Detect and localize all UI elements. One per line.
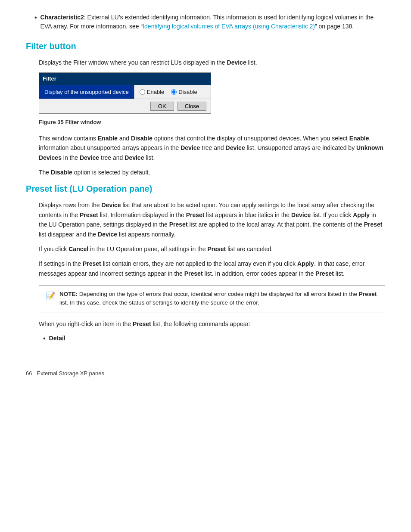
para1-enable2: Enable — [349, 135, 369, 142]
filter-device-label: Device — [227, 59, 246, 66]
para1-mid7: tree and — [99, 154, 125, 161]
filter-para2: The Disable option is selected by defaul… — [39, 168, 385, 177]
page-number: 66 — [26, 370, 32, 376]
p2-before: If you click — [39, 246, 68, 252]
note-text: Depending on the type of errors that occ… — [78, 291, 359, 297]
para1-before: This window contains — [39, 135, 98, 142]
bullet-dot: • — [34, 13, 37, 31]
p2-cancel: Cancel — [68, 246, 88, 252]
detail-label: Detail — [49, 334, 65, 343]
figure-caption-text: Filter window — [64, 119, 101, 125]
p4-suffix: list, the following commands appear: — [151, 320, 250, 327]
p1-before: Displays rows from the — [39, 202, 101, 208]
p1-mid2: list. Information displayed in the — [98, 212, 186, 218]
p1-preset4: Preset — [364, 221, 383, 228]
para1-device3: Device — [80, 154, 99, 161]
para1-mid4: tree and — [200, 144, 225, 151]
filter-desc-suffix: list. — [246, 59, 257, 66]
preset-para1: Displays rows from the Device list that … — [39, 200, 385, 239]
preset-para4: When you right-click an item in the Pres… — [39, 319, 385, 329]
note-preset: Preset — [359, 291, 377, 297]
figure-caption: Figure 35 Filter window — [39, 118, 385, 127]
enable-radio[interactable] — [140, 89, 145, 95]
p1-mid8: list appears normally. — [117, 231, 175, 238]
note-box: 📝 NOTE: Depending on the type of errors … — [39, 285, 385, 312]
p1-mid6: list are applied to the local array. At … — [188, 221, 364, 228]
p1-preset1: Preset — [80, 212, 98, 218]
note-suffix: list. In this case, check the status of … — [59, 299, 259, 306]
disable-label: Disable — [178, 88, 197, 96]
disable-radio[interactable] — [171, 89, 177, 95]
p4-before: When you right-click an item in the — [39, 320, 133, 327]
para2-suffix: option is selected by default. — [72, 169, 150, 176]
filter-para1: This window contains Enable and Disable … — [39, 134, 385, 162]
p3-preset1: Preset — [83, 260, 101, 267]
note-label: NOTE: — [59, 291, 78, 297]
filter-section-heading: Filter button — [26, 40, 385, 53]
char2-label: Characteristic2 — [40, 14, 84, 21]
detail-bullet: • Detail — [39, 334, 385, 343]
p3-suffix: list. — [334, 270, 345, 277]
char2-bullet-item: • Characteristic2: External LU’s extende… — [34, 13, 385, 31]
filter-options: Enable Disable — [134, 85, 211, 99]
para1-mid5: list. Unsupported arrays are indicated b… — [245, 144, 356, 151]
p3-mid3: list. In addition, error codes appear in… — [203, 270, 315, 277]
char2-text: Characteristic2: External LU’s extended … — [40, 13, 385, 31]
p3-preset2: Preset — [184, 270, 203, 277]
filter-titlebar: Filter — [39, 73, 211, 85]
filter-section-body: Displays the Filter window where you can… — [26, 58, 385, 177]
char2-suffix: ” on page 138. — [315, 23, 354, 30]
filter-buttons-row: OK Close — [39, 99, 211, 113]
para1-mid6: in the — [62, 154, 80, 161]
page-footer: 66 External Storage XP panes — [26, 369, 385, 378]
p1-mid7: list disappear and the — [39, 231, 98, 238]
para2-disable: Disable — [51, 169, 72, 176]
p3-before: If settings in the — [39, 260, 83, 267]
p3-apply: Apply — [297, 260, 314, 267]
p3-preset3: Preset — [315, 270, 334, 277]
p1-mid3: list appears in blue italics in the — [204, 212, 291, 218]
preset-para2: If you click Cancel in the LU Operation … — [39, 244, 385, 254]
filter-row: Display of the unsupported device Enable… — [39, 85, 211, 99]
para1-disable: Disable — [131, 135, 153, 142]
p2-mid: in the LU Operation pane, all settings i… — [88, 246, 207, 252]
preset-section-heading: Preset list (LU Operation pane) — [26, 182, 385, 195]
figure-caption-num: Figure 35 — [39, 119, 64, 125]
detail-bullet-dot: • — [43, 334, 46, 343]
preset-section-body: Displays rows from the Device list that … — [26, 200, 385, 343]
filter-intro: Displays the Filter window where you can… — [39, 58, 385, 67]
enable-label: Enable — [147, 88, 164, 96]
intro-bullet-section: • Characteristic2: External LU’s extende… — [26, 13, 385, 31]
note-content: NOTE: Depending on the type of errors th… — [59, 290, 378, 308]
p2-preset: Preset — [207, 246, 226, 252]
footer-label: External Storage XP panes — [37, 370, 104, 376]
p1-apply: Apply — [353, 212, 370, 218]
para2-before: The — [39, 169, 51, 176]
para1-device4: Device — [125, 154, 144, 161]
p2-suffix: list are canceled. — [226, 246, 273, 252]
enable-radio-option[interactable]: Enable — [140, 88, 164, 96]
char2-link[interactable]: Identifying logical volumes of EVA array… — [143, 23, 315, 30]
note-icon: 📝 — [46, 290, 55, 302]
p4-preset: Preset — [133, 320, 151, 327]
close-button[interactable]: Close — [177, 102, 206, 111]
para1-mid2: options that control the display of unsu… — [153, 135, 349, 142]
filter-window-mockup: Filter Display of the unsupported device… — [39, 72, 211, 114]
para1-device1: Device — [181, 144, 200, 151]
preset-para3: If settings in the Preset list contain e… — [39, 259, 385, 278]
p1-preset2: Preset — [186, 212, 205, 218]
p1-device2: Device — [291, 212, 311, 218]
ok-button[interactable]: OK — [150, 102, 174, 111]
para1-device2: Device — [226, 144, 245, 151]
p3-mid1: list contain errors, they are not applie… — [101, 260, 297, 267]
disable-radio-option[interactable]: Disable — [171, 88, 197, 96]
p1-device3: Device — [98, 231, 117, 238]
p1-device: Device — [101, 202, 121, 208]
para1-mid1: and — [118, 135, 131, 142]
filter-desc-before: Displays the Filter window where you can… — [39, 59, 227, 66]
p1-preset3: Preset — [169, 221, 188, 228]
filter-row-label: Display of the unsupported device — [39, 85, 134, 99]
p1-mid4: list. If you click — [311, 212, 353, 218]
para1-enable: Enable — [98, 135, 118, 142]
para1-mid8: list. — [144, 154, 155, 161]
